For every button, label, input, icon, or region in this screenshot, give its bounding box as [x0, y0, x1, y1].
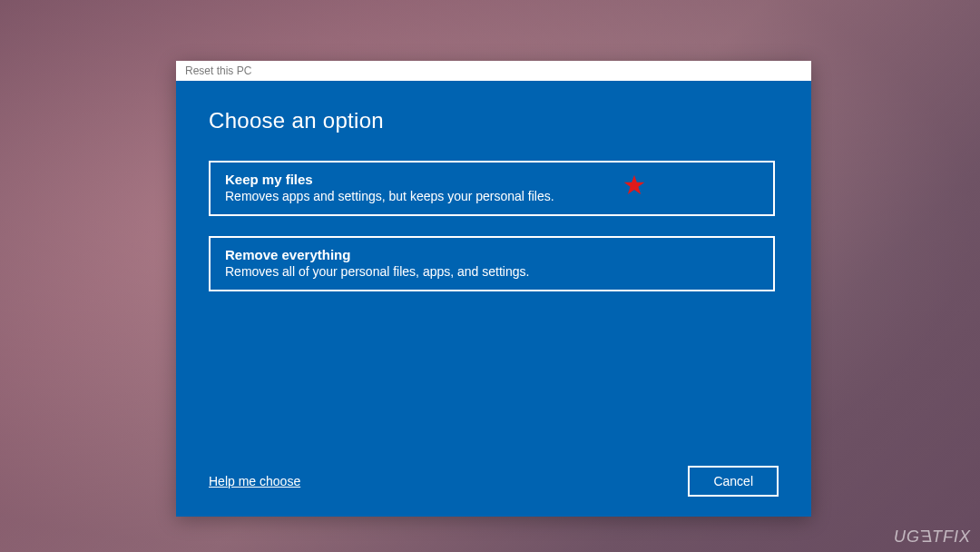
page-title: Choose an option [209, 108, 779, 133]
watermark: UGETFIX [894, 527, 971, 547]
dialog-footer: Help me choose Cancel [209, 466, 779, 497]
window-title: Reset this PC [185, 64, 251, 77]
option-title: Remove everything [225, 247, 759, 262]
titlebar: Reset this PC [176, 61, 811, 81]
star-icon [622, 173, 646, 201]
help-me-choose-link[interactable]: Help me choose [209, 474, 300, 488]
dialog-body: Choose an option Keep my files Removes a… [176, 81, 811, 517]
option-keep-my-files[interactable]: Keep my files Removes apps and settings,… [209, 161, 775, 216]
option-title: Keep my files [225, 172, 759, 187]
option-remove-everything[interactable]: Remove everything Removes all of your pe… [209, 236, 775, 291]
cancel-button[interactable]: Cancel [688, 466, 779, 497]
option-description: Removes apps and settings, but keeps you… [225, 189, 759, 203]
reset-pc-dialog: Reset this PC Choose an option Keep my f… [176, 61, 811, 517]
option-description: Removes all of your personal files, apps… [225, 264, 759, 279]
